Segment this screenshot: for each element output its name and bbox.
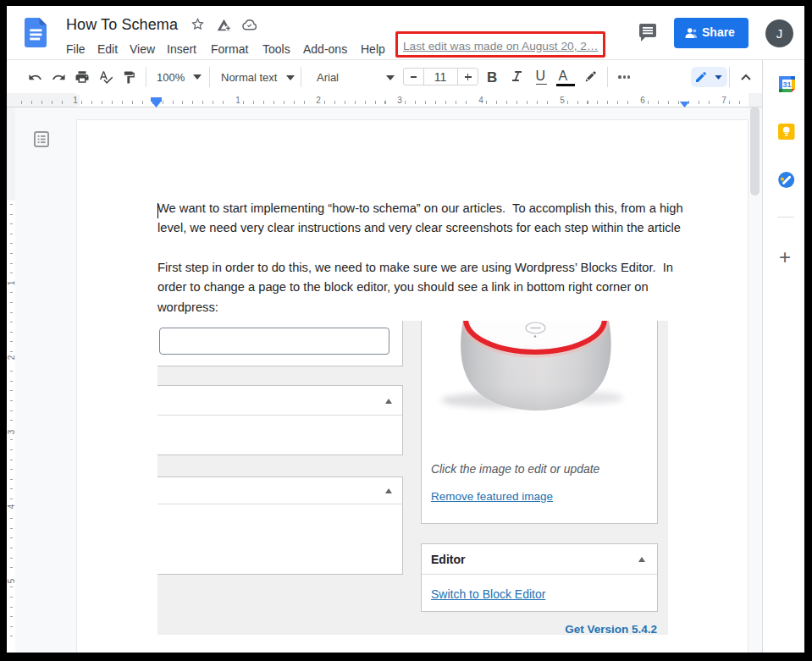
svg-text:31: 31 <box>782 80 791 89</box>
